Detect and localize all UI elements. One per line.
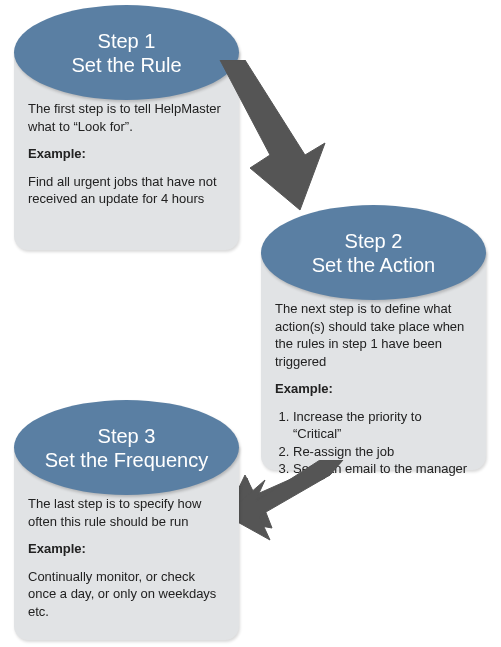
step-1-step-line: Step 1 <box>14 29 239 53</box>
step-3-example-text: Continually monitor, or check once a day… <box>28 568 225 621</box>
step-3-header: Step 3 Set the Frequency <box>14 400 239 495</box>
svg-marker-3 <box>225 460 343 540</box>
step-2-title: Set the Action <box>261 253 486 277</box>
step-2-example-label: Example: <box>275 380 472 398</box>
arrow-step1-to-step2 <box>190 60 340 220</box>
step-2-example-item-1: Increase the priority to “Critical” <box>293 408 472 443</box>
svg-marker-0 <box>220 60 325 210</box>
step-3-example-label: Example: <box>28 540 225 558</box>
step-3-title: Set the Frequency <box>14 448 239 472</box>
step-2-step-line: Step 2 <box>261 229 486 253</box>
step-3-step-line: Step 3 <box>14 424 239 448</box>
step-2-body: The next step is to define what action(s… <box>275 300 472 478</box>
step-2-header: Step 2 Set the Action <box>261 205 486 300</box>
step-3-intro: The last step is to specify how often th… <box>28 495 225 530</box>
arrow-step2-to-step3 <box>225 460 345 550</box>
step-2-intro: The next step is to define what action(s… <box>275 300 472 370</box>
step-2-example-item-2: Re-assign the job <box>293 443 472 461</box>
step-3-body: The last step is to specify how often th… <box>28 495 225 620</box>
